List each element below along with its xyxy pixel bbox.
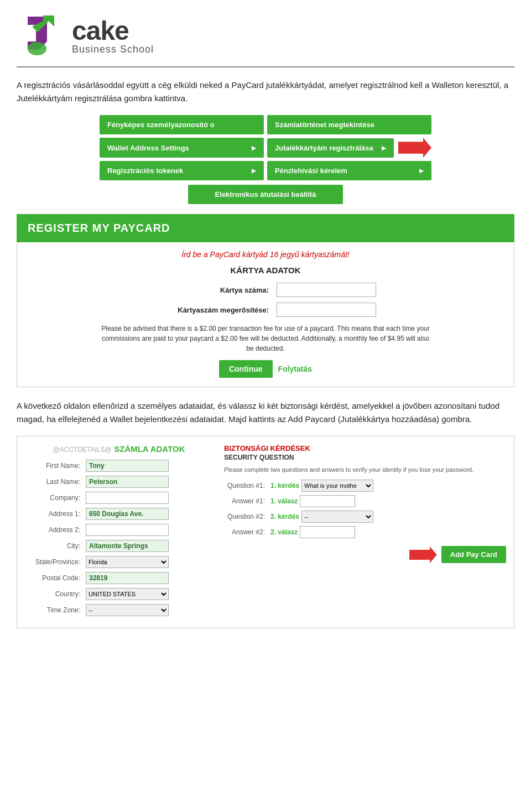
- acct-row-country: Country: UNITED STATES: [25, 588, 213, 600]
- menu-btn-wallet[interactable]: Wallet Address Settings ▶: [100, 138, 264, 158]
- folyatas-text: Folytatás: [278, 365, 312, 373]
- continue-button[interactable]: Continue: [219, 360, 273, 378]
- continue-row: Continue Folytatás: [28, 360, 503, 378]
- svg-point-1: [28, 42, 46, 55]
- menu-btn-jutalek[interactable]: Jutalékkártyám regisztrálása ▶: [267, 138, 394, 158]
- red-arrow-icon: [398, 138, 431, 158]
- karta-megerosites-row: Kártyaszám megerősítése:: [28, 303, 503, 317]
- sec-q2-select[interactable]: --: [301, 511, 373, 523]
- karta-megerosites-label: Kártyaszám megerősítése:: [155, 306, 277, 314]
- security-subtitle: SECURITY QUESTION: [224, 454, 506, 461]
- intro-text: A regisztrációs vásárlásoddal együtt a c…: [17, 79, 514, 105]
- register-subtitle: Írd be a PayCard kártyád 16 jegyű kártya…: [28, 250, 503, 259]
- sec-a2-input[interactable]: [300, 526, 355, 538]
- security-notice: Please complete two questions and answer…: [224, 466, 506, 474]
- register-form-area: Írd be a PayCard kártyád 16 jegyű kártya…: [17, 242, 514, 387]
- karta-szama-input[interactable]: [277, 283, 376, 297]
- logo-business-text: Business School: [72, 44, 154, 54]
- acct-row-state: State/Province: Florida: [25, 556, 213, 568]
- acct-row-company: Company:: [25, 492, 213, 504]
- jutalek-btn-wrap: Jutalékkártyám regisztrálása ▶: [267, 138, 431, 158]
- menu-row-single: Elektronikus átutalási beállítá: [17, 185, 514, 204]
- acct-row-firstname: First Name:: [25, 460, 213, 472]
- menu-btn-penz[interactable]: Pénzlehívási kérelem ▶: [267, 161, 431, 180]
- acct-row-lastname: Last Name:: [25, 476, 213, 488]
- sec-q1-row: Question #1: 1. kérdés What is your moth…: [224, 480, 506, 492]
- sec-a1-input[interactable]: [300, 495, 355, 507]
- add-paycard-row: Add Pay Card: [224, 546, 506, 563]
- acct-firstname-input[interactable]: [86, 460, 169, 472]
- menu-grid: Fényképes személyazonosító o Számlatörté…: [100, 115, 431, 180]
- karta-szama-label: Kártya száma:: [155, 286, 277, 294]
- acct-lastname-input[interactable]: [86, 476, 169, 488]
- security-section: BIZTONSÁGI KÉRDÉSEK SECURITY QUESTION Pl…: [224, 444, 506, 620]
- logo-cake-text: cake: [72, 18, 154, 44]
- acct-row-address2: Address 2:: [25, 524, 213, 536]
- add-paycard-button[interactable]: Add Pay Card: [441, 546, 506, 563]
- account-section: @ACCTDETAILS@ SZÁMLA ADATOK First Name: …: [17, 436, 514, 628]
- karta-title: KÁRTYA ADATOK: [28, 266, 503, 275]
- middle-text: A következő oldalon ellenőrizd a személy…: [17, 399, 514, 426]
- szamla-text: SZÁMLA ADATOK: [114, 444, 185, 454]
- acct-row-timezone: Time Zone: --: [25, 604, 213, 616]
- account-form-left: @ACCTDETAILS@ SZÁMLA ADATOK First Name: …: [25, 444, 213, 620]
- sec-q1-select[interactable]: What is your mothe: [301, 480, 373, 492]
- acct-row-city: City:: [25, 540, 213, 552]
- at-text: @ACCTDETAILS@: [53, 446, 112, 454]
- logo-icon: [17, 11, 66, 61]
- account-header: @ACCTDETAILS@ SZÁMLA ADATOK: [25, 444, 213, 454]
- logo-text-block: cake Business School: [72, 18, 154, 54]
- acct-company-input[interactable]: [86, 492, 169, 504]
- acct-address1-input[interactable]: [86, 508, 169, 520]
- karta-megerosites-input[interactable]: [277, 303, 376, 317]
- acct-row-postal: Postal Code:: [25, 572, 213, 584]
- acct-timezone-select[interactable]: --: [86, 604, 169, 616]
- acct-country-select[interactable]: UNITED STATES: [86, 588, 169, 600]
- sec-a2-row: Answer #2: 2. válasz: [224, 526, 506, 538]
- add-paycard-red-arrow: [409, 546, 437, 563]
- karta-szama-row: Kártya száma:: [28, 283, 503, 297]
- menu-btn-elektronikus[interactable]: Elektronikus átutalási beállítá: [188, 185, 343, 204]
- register-section-header: REGISTER MY PAYCARD: [17, 214, 514, 242]
- register-title: REGISTER MY PAYCARD: [28, 222, 170, 234]
- security-title: BIZTONSÁGI KÉRDÉSEK: [224, 444, 506, 452]
- menu-btn-szamla[interactable]: Számlatörténet megtekintése: [267, 115, 431, 134]
- acct-state-select[interactable]: Florida: [86, 556, 169, 568]
- menu-btn-fenykepes[interactable]: Fényképes személyazonosító o: [100, 115, 264, 134]
- logo-area: cake Business School: [17, 11, 514, 67]
- fee-notice: Please be advised that there is a $2.00 …: [100, 324, 431, 353]
- menu-btn-reg-token[interactable]: Regisztrációs tokenek ▶: [100, 161, 264, 180]
- sec-a1-row: Answer #1: 1. válasz: [224, 495, 506, 507]
- sec-q2-row: Question #2: 2. kérdés --: [224, 511, 506, 523]
- acct-city-input[interactable]: [86, 540, 169, 552]
- acct-address2-input[interactable]: [86, 524, 169, 536]
- acct-postal-input[interactable]: [86, 572, 169, 584]
- acct-row-address1: Address 1:: [25, 508, 213, 520]
